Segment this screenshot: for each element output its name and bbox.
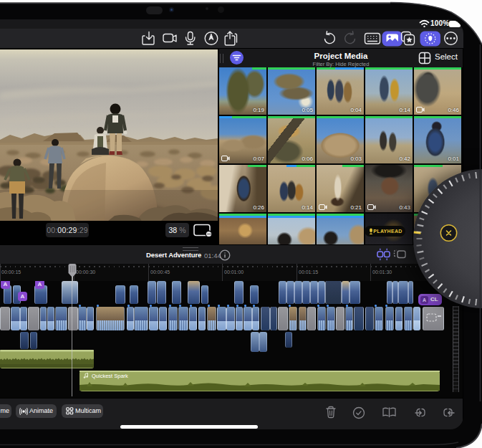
svg-text:Quickest Spark: Quickest Spark xyxy=(92,373,128,379)
